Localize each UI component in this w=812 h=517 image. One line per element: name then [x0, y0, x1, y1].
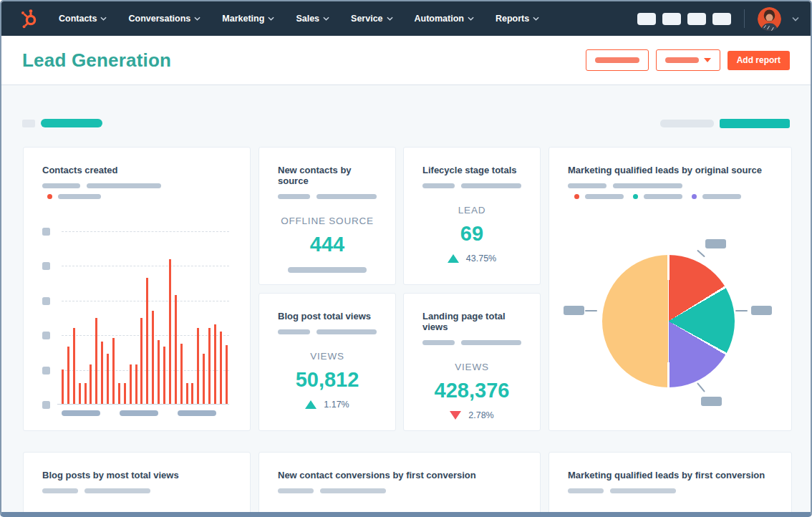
nav-item-marketing[interactable]: Marketing — [222, 14, 274, 24]
bar — [112, 338, 115, 404]
card-title: New contacts by source — [278, 165, 377, 186]
nav-icon-placeholder[interactable] — [712, 13, 731, 25]
legend-dot — [574, 194, 579, 199]
nav-icon-placeholder[interactable] — [637, 13, 656, 25]
pie-callout-line — [585, 310, 597, 311]
nav-icon-placeholder[interactable] — [662, 13, 681, 25]
legend-item — [574, 194, 624, 199]
card-title: Lifecycle stage totals — [422, 165, 521, 175]
pie-callout-line — [735, 310, 748, 311]
bar — [158, 340, 160, 404]
legend-dot — [692, 194, 697, 199]
pie-callout-line — [697, 250, 705, 258]
y-tick-placeholder — [42, 367, 50, 375]
bar — [90, 364, 92, 404]
legend-dot — [633, 194, 638, 199]
bar — [208, 328, 211, 404]
delta-arrow-icon — [450, 411, 461, 420]
bar — [124, 383, 126, 404]
metric-label: VIEWS — [278, 351, 377, 362]
y-tick-placeholder — [42, 262, 50, 270]
nav-right-tools — [637, 7, 799, 31]
bar — [175, 295, 177, 404]
filter-button-placeholder[interactable] — [720, 119, 790, 128]
card-subtitle-placeholders — [422, 340, 521, 345]
bar — [180, 344, 183, 404]
bar — [140, 318, 142, 405]
bar — [67, 347, 69, 404]
card-subtitle-placeholders — [42, 183, 231, 188]
pie-label-placeholder — [701, 397, 722, 406]
bar — [169, 259, 171, 404]
caret-down-icon — [704, 58, 711, 62]
card-subtitle-placeholders — [568, 183, 773, 188]
page-title: Lead Generation — [22, 49, 171, 72]
chevron-down-icon — [468, 16, 474, 21]
top-navbar: ContactsConversationsMarketingSalesServi… — [1, 1, 811, 36]
card-subtitle-placeholders — [568, 488, 773, 493]
account-chevron-down-icon[interactable] — [792, 16, 799, 21]
metric-value: 69 — [422, 222, 521, 246]
bar — [62, 369, 64, 404]
pie-label-placeholder — [705, 239, 726, 248]
contacts-created-bars — [62, 231, 228, 404]
bar — [135, 364, 137, 404]
chevron-down-icon — [387, 16, 393, 21]
y-tick-placeholder — [42, 297, 50, 305]
metric-footer-placeholder — [288, 267, 367, 273]
metric-label: VIEWS — [422, 362, 521, 372]
mql-legend — [574, 194, 773, 199]
nav-item-automation[interactable]: Automation — [415, 14, 474, 24]
filter-checkbox-placeholder[interactable] — [22, 120, 35, 127]
nav-divider — [744, 9, 745, 28]
bar — [220, 332, 222, 404]
card-blog-post-total-views: Blog post total views VIEWS 50,812 1.17% — [258, 293, 396, 431]
card-lifecycle-stage-totals: Lifecycle stage totals LEAD 69 43.75% — [403, 147, 541, 285]
nav-item-reports[interactable]: Reports — [496, 14, 539, 24]
y-tick-placeholder — [42, 401, 50, 409]
nav-shortcuts — [637, 13, 731, 25]
mql-pie-chart — [602, 255, 735, 387]
delta-value: 2.78% — [468, 410, 493, 420]
bar — [95, 318, 97, 405]
header-action-dropdown[interactable] — [656, 49, 720, 71]
delta-value: 43.75% — [466, 253, 496, 264]
card-new-contacts-by-source: New contacts by source OFFLINE SOURCE 44… — [258, 147, 396, 285]
nav-icon-placeholder[interactable] — [687, 13, 706, 25]
bar — [146, 278, 148, 404]
nav-item-contacts[interactable]: Contacts — [59, 14, 107, 24]
nav-item-service[interactable]: Service — [351, 14, 392, 24]
metric-label: OFFLINE SOURCE — [278, 216, 377, 226]
bar — [118, 383, 120, 404]
header-action-button-1[interactable] — [586, 49, 649, 71]
app-window: ContactsConversationsMarketingSalesServi… — [0, 0, 812, 517]
card-title: New contact conversions by first convers… — [278, 470, 521, 480]
add-report-button[interactable]: Add report — [728, 51, 790, 70]
card-mql-by-first-conversion: Marketing qualified leads by first conve… — [548, 452, 792, 517]
bar — [191, 383, 193, 404]
nav-item-conversations[interactable]: Conversations — [128, 14, 200, 24]
dashboard-filters-right — [660, 119, 790, 128]
bar — [84, 383, 87, 404]
filter-label-placeholder — [660, 120, 714, 127]
card-title: Marketing qualified leads by original so… — [568, 165, 773, 175]
redacted-label-placeholder — [665, 57, 699, 63]
card-title: Blog posts by most total views — [42, 470, 231, 480]
nav-item-sales[interactable]: Sales — [296, 14, 329, 24]
bar — [163, 347, 165, 404]
chevron-down-icon — [323, 16, 329, 21]
legend-dot — [47, 194, 52, 199]
chevron-down-icon — [100, 16, 107, 21]
legend-label-placeholder — [585, 194, 624, 199]
legend-label-placeholder — [644, 194, 682, 199]
filter-link-placeholder[interactable] — [41, 119, 102, 127]
card-title: Contacts created — [42, 165, 231, 175]
hubspot-sprocket-icon[interactable] — [19, 8, 40, 29]
card-subtitle-placeholders — [278, 194, 377, 199]
dashboard-filters-left — [22, 119, 102, 127]
card-title: Landing page total views — [422, 311, 521, 332]
bar — [197, 328, 199, 404]
avatar[interactable] — [758, 7, 781, 31]
card-contacts-created: Contacts created — [23, 147, 251, 431]
card-subtitle-placeholders — [278, 488, 521, 493]
